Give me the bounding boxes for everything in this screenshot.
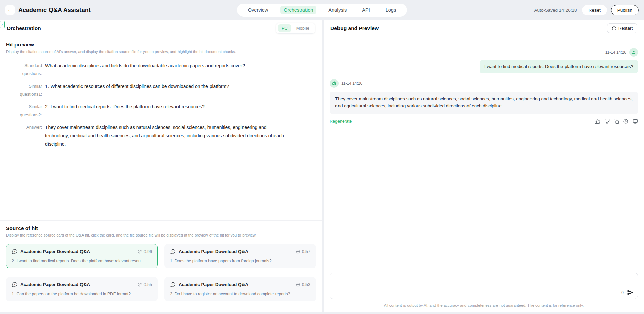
source-of-hit-section: Source of hit Display the reference sour…: [0, 221, 322, 301]
score-disc-icon: [137, 249, 142, 254]
tab-logs[interactable]: Logs: [382, 6, 399, 14]
hit-card-score-value: 0.96: [144, 249, 152, 254]
svg-text:?: ?: [14, 250, 15, 253]
hit-card[interactable]: ? Academic Paper Download Q&A 0.55 1. Ca…: [6, 277, 158, 301]
regenerate-link[interactable]: Regenerate: [330, 119, 352, 124]
chat-area: 11-14 14:26 I want to find medical repor…: [324, 36, 644, 312]
field-label: Standard questions:: [6, 62, 42, 78]
tab-analysis[interactable]: Analysis: [325, 6, 350, 14]
hit-card-score-value: 0.53: [302, 282, 310, 287]
field-value: 2. I want to find medical reports. Does …: [45, 103, 291, 119]
person-icon: [631, 50, 636, 55]
similar-question-2-row: Similar questions2: 2. I want to find me…: [6, 103, 316, 119]
hit-card-snippet: 2. Do I have to register an account to d…: [170, 292, 310, 296]
question-bubble-icon: ?: [170, 282, 176, 287]
tab-api[interactable]: API: [359, 6, 373, 14]
hit-card[interactable]: ? Academic Paper Download Q&A 0.57 1. Do…: [164, 244, 316, 268]
send-icon: [627, 289, 634, 296]
hit-preview-title: Hit preview: [6, 42, 316, 48]
standard-question-row: Standard questions: What academic discip…: [6, 62, 316, 78]
panel-collapse-toggle[interactable]: ›: [0, 21, 5, 28]
restart-icon: [612, 26, 616, 31]
bot-message-timestamp: 11-14 14:26: [341, 81, 362, 86]
thumbs-up-icon[interactable]: [595, 119, 600, 124]
user-avatar: [629, 48, 638, 57]
field-label: Answer:: [6, 123, 42, 148]
hit-card-title: Academic Paper Download Q&A: [20, 249, 90, 254]
answer-row: Answer: They cover mainstream discipline…: [6, 123, 316, 148]
hit-card[interactable]: ? Academic Paper Download Q&A 0.53 2. Do…: [164, 277, 316, 301]
back-arrow-icon: ←: [7, 7, 13, 13]
debug-preview-panel: Debug and Preview Restart 11-14 14:26 I …: [324, 20, 644, 312]
orchestration-panel-header: Orchestration PC Mobile: [0, 20, 322, 36]
similar-question-1-row: Similar questions1: 1. What academic res…: [6, 82, 316, 98]
device-toggle-pc[interactable]: PC: [278, 24, 291, 32]
user-message-bubble: I want to find medical reports. Does the…: [480, 60, 638, 73]
chat-input-container: 0: [330, 273, 638, 299]
user-message-meta: 11-14 14:26: [330, 48, 638, 57]
bot-message-actions: Regenerate: [330, 119, 638, 124]
main-nav-tabs: Overview Orchestration Analysis API Logs: [237, 4, 407, 17]
source-of-hit-description: Display the reference source card of the…: [6, 233, 316, 237]
device-toggle-mobile[interactable]: Mobile: [293, 24, 313, 32]
orchestration-panel: › Orchestration PC Mobile Hit preview Di…: [0, 20, 322, 312]
bot-avatar: [330, 79, 339, 88]
send-button[interactable]: [627, 289, 634, 296]
top-header: ← Academic Q&A Assistant Overview Orches…: [0, 0, 644, 20]
tab-overview[interactable]: Overview: [245, 6, 271, 14]
field-value: They cover mainstream disciplines such a…: [45, 123, 291, 148]
field-value: 1. What academic resources of different …: [45, 82, 291, 98]
hit-card-score-value: 0.57: [302, 249, 310, 254]
hit-card-snippet: 1. Does the platform have papers from fo…: [170, 259, 310, 263]
chevron-right-icon: ›: [2, 23, 3, 27]
score-disc-icon: [296, 282, 300, 287]
bot-message-bubble: They cover mainstream disciplines such a…: [330, 92, 638, 114]
hit-card-title: Academic Paper Download Q&A: [20, 282, 90, 287]
question-bubble-icon: ?: [170, 249, 176, 254]
score-disc-icon: [137, 282, 142, 287]
device-toggle: PC Mobile: [276, 23, 315, 34]
monitor-icon[interactable]: [633, 119, 638, 124]
hit-card-grid: ? Academic Paper Download Q&A 0.96 2. I …: [6, 244, 316, 301]
hit-card[interactable]: ? Academic Paper Download Q&A 0.96 2. I …: [6, 244, 158, 268]
robot-icon: [331, 81, 337, 86]
page-title: Academic Q&A Assistant: [18, 7, 91, 14]
hit-card-snippet: 1. Can the papers on the platform be dow…: [12, 292, 152, 296]
svg-text:?: ?: [172, 250, 173, 253]
char-counter: 0: [621, 290, 624, 295]
debug-preview-title: Debug and Preview: [330, 25, 379, 31]
autosave-status: Auto-Saved 14:26:18: [534, 8, 577, 13]
orchestration-panel-title: Orchestration: [7, 25, 41, 31]
hit-card-snippet: 2. I want to find medical reports. Does …: [12, 259, 152, 263]
field-label: Similar questions1:: [6, 82, 42, 98]
user-message-timestamp: 11-14 14:26: [605, 50, 626, 55]
restart-button[interactable]: Restart: [607, 23, 637, 33]
debug-preview-header: Debug and Preview Restart: [324, 20, 644, 36]
hit-card-title: Academic Paper Download Q&A: [179, 249, 248, 254]
score-disc-icon: [296, 249, 300, 254]
source-of-hit-title: Source of hit: [6, 225, 316, 231]
chat-input[interactable]: [330, 273, 638, 299]
hit-preview-section: Hit preview Display the citation source …: [0, 36, 322, 221]
main-content: › Orchestration PC Mobile Hit preview Di…: [0, 20, 644, 312]
question-bubble-icon: ?: [12, 282, 18, 287]
svg-text:?: ?: [172, 283, 173, 286]
field-value: What academic disciplines and fields do …: [45, 62, 291, 78]
hit-card-title: Academic Paper Download Q&A: [179, 282, 248, 287]
back-button[interactable]: ←: [5, 5, 15, 15]
publish-button[interactable]: Publish: [611, 5, 639, 15]
svg-text:?: ?: [14, 283, 15, 286]
history-clock-icon[interactable]: [623, 119, 629, 124]
field-label: Similar questions2:: [6, 103, 42, 119]
tab-orchestration[interactable]: Orchestration: [280, 6, 316, 14]
thumbs-down-icon[interactable]: [604, 119, 610, 124]
reset-button[interactable]: Reset: [582, 5, 607, 15]
hit-preview-description: Display the citation source of AI's answ…: [6, 50, 316, 54]
question-bubble-icon: ?: [12, 249, 18, 254]
hit-card-score-value: 0.55: [144, 282, 152, 287]
bot-message-meta: 11-14 14:26: [330, 79, 638, 88]
copy-icon[interactable]: [614, 119, 619, 124]
header-actions: Auto-Saved 14:26:18 Reset Publish: [534, 5, 639, 15]
ai-disclaimer: All content is output by AI, and the acc…: [330, 299, 638, 312]
hit-preview-fields: Standard questions: What academic discip…: [6, 62, 316, 148]
